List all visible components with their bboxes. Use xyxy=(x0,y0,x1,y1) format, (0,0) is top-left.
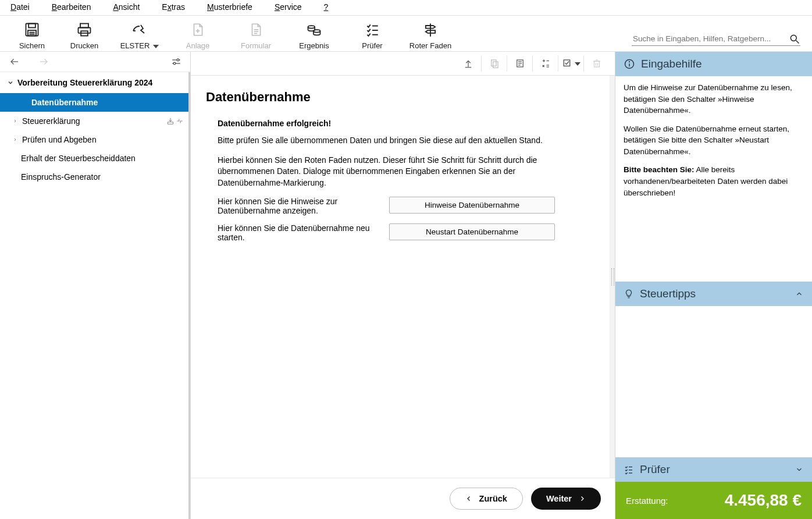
elster-icon xyxy=(131,20,148,39)
sidebar-item-steuerbescheid[interactable]: Erhalt der Steuerbescheiddaten xyxy=(0,149,188,168)
svg-point-19 xyxy=(790,35,796,41)
next-label: Weiter xyxy=(546,494,572,503)
chevron-right-icon xyxy=(13,137,17,143)
tips-title: Steuertipps xyxy=(640,287,696,300)
lightbulb-icon xyxy=(624,288,634,300)
refund-bar: Erstattung: 4.456,88 € xyxy=(615,482,812,519)
work-area: Vorbereitung Steuererklärung 2024 Datenü… xyxy=(0,52,812,519)
ergebnis-label: Ergebnis xyxy=(299,41,329,50)
sidebar-item-datenuebernahme[interactable]: Datenübernahme xyxy=(0,93,188,112)
tree-root[interactable]: Vorbereitung Steuererklärung 2024 xyxy=(0,72,188,93)
svg-rect-44 xyxy=(594,61,599,67)
chevron-right-icon xyxy=(13,118,17,124)
sidebar-item-einspruch[interactable]: Einspruchs-Generator xyxy=(0,168,188,186)
svg-rect-31 xyxy=(493,62,497,68)
sidebar-item-label: Steuererklärung xyxy=(22,116,80,126)
chevron-left-icon xyxy=(465,495,472,503)
right-panel: Eingabehilfe Um die Hinweise zur Datenüb… xyxy=(615,52,812,519)
delete-icon xyxy=(583,55,609,72)
content-area: Datenübernahme Datenübernahme erfolgreic… xyxy=(191,76,610,478)
ergebnis-button[interactable]: Ergebnis xyxy=(285,19,343,50)
center-panel: Datenübernahme Datenübernahme erfolgreic… xyxy=(191,52,615,519)
formular-label: Formular xyxy=(241,41,271,50)
info-icon xyxy=(624,58,635,70)
document-plus-icon xyxy=(190,20,205,39)
resizer-handle[interactable] xyxy=(610,76,615,478)
menu-musterbriefe[interactable]: Musterbriefe xyxy=(207,2,252,12)
chevron-up-icon xyxy=(795,290,804,298)
svg-point-51 xyxy=(629,62,630,62)
back-button[interactable]: Zurück xyxy=(450,488,523,510)
save-button[interactable]: Sichern xyxy=(6,19,58,50)
intro-paragraph-1: Bitte prüfen Sie alle übernommenen Daten… xyxy=(218,135,555,147)
menu-service[interactable]: Service xyxy=(275,2,302,12)
upload-icon[interactable] xyxy=(455,55,481,72)
nav-back-icon[interactable] xyxy=(8,56,21,67)
tips-panel-header[interactable]: Steuertipps xyxy=(615,282,812,306)
formular-button: Formular xyxy=(227,19,285,50)
print-icon xyxy=(76,20,92,39)
check-dropdown-icon[interactable] xyxy=(558,55,583,72)
print-button[interactable]: Drucken xyxy=(58,19,111,50)
chevron-right-icon xyxy=(579,495,586,503)
menu-datei[interactable]: Datei xyxy=(10,2,30,12)
checker-panel-header[interactable]: Prüfer xyxy=(615,457,812,482)
note-icon[interactable] xyxy=(507,55,532,72)
elster-button[interactable]: ELSTER xyxy=(111,19,169,50)
help-p3: Bitte beachten Sie: Alle bereits vorhand… xyxy=(624,164,804,198)
content-toolbar xyxy=(191,52,615,76)
search-box[interactable] xyxy=(632,32,800,46)
svg-rect-30 xyxy=(491,60,496,66)
chevron-down-icon xyxy=(7,79,14,86)
sidebar-item-label: Einspruchs-Generator xyxy=(21,172,101,182)
save-label: Sichern xyxy=(19,41,45,50)
settings-sliders-icon[interactable] xyxy=(170,56,182,67)
sidebar-item-pruefen-abgeben[interactable]: Prüfen und Abgeben xyxy=(0,130,188,149)
copy-icon[interactable] xyxy=(481,55,507,72)
neustart-button[interactable]: Neustart Datenübernahme xyxy=(389,223,555,240)
svg-rect-43 xyxy=(564,60,570,66)
menu-ansicht[interactable]: Ansicht xyxy=(113,2,140,12)
svg-point-14 xyxy=(314,30,320,33)
intro-paragraph-2: Hierbei können Sie den Roten Faden nutze… xyxy=(218,155,555,189)
roter-faden-button[interactable]: Roter Faden xyxy=(401,19,460,50)
toolbar: Sichern Drucken ELSTER Anlage Formular E… xyxy=(0,16,812,52)
search-icon xyxy=(789,33,800,45)
menu-bearbeiten[interactable]: Bearbeiten xyxy=(52,2,91,12)
tree-root-label: Vorbereitung Steuererklärung 2024 xyxy=(17,78,152,87)
back-label: Zurück xyxy=(479,494,507,503)
sidebar-nav xyxy=(0,52,190,72)
chevron-down-icon xyxy=(153,45,159,48)
next-button[interactable]: Weiter xyxy=(531,488,601,510)
help-panel-header[interactable]: Eingabehilfe xyxy=(615,52,812,76)
success-message: Datenübernahme erfolgreich! xyxy=(218,119,555,128)
help-title: Eingabehilfe xyxy=(641,58,702,70)
document-lines-icon xyxy=(248,20,263,39)
checker-title: Prüfer xyxy=(640,463,670,476)
search-input[interactable] xyxy=(632,32,789,45)
print-label: Drucken xyxy=(70,41,98,50)
checklist-icon xyxy=(624,464,634,475)
svg-rect-1 xyxy=(29,24,35,28)
page-title: Datenübernahme xyxy=(206,90,594,105)
svg-point-24 xyxy=(177,59,179,61)
svg-point-26 xyxy=(173,62,176,65)
menubar: Datei Bearbeiten Ansicht Extras Musterbr… xyxy=(0,0,812,16)
coins-icon xyxy=(306,20,322,39)
refund-label: Erstattung: xyxy=(626,496,668,506)
calc-icon[interactable] xyxy=(532,55,558,72)
restart-text: Hier können Sie die Datenübernahme neu s… xyxy=(218,223,382,242)
save-icon xyxy=(24,20,40,39)
item-status-icons xyxy=(166,117,184,125)
menu-extras[interactable]: Extras xyxy=(162,2,185,12)
sidebar-item-label: Prüfen und Abgeben xyxy=(22,135,97,144)
elster-label: ELSTER xyxy=(120,41,159,50)
svg-rect-5 xyxy=(80,24,88,28)
checklist-icon xyxy=(365,20,380,39)
sidebar-item-steuererklaerung[interactable]: Steuererklärung xyxy=(0,112,188,130)
sidebar: Vorbereitung Steuererklärung 2024 Datenü… xyxy=(0,52,191,519)
pruefer-button[interactable]: Prüfer xyxy=(343,19,401,50)
svg-line-20 xyxy=(796,40,799,43)
menu-help[interactable]: ? xyxy=(324,2,329,12)
hinweise-button[interactable]: Hinweise Datenübernahme xyxy=(389,197,555,214)
